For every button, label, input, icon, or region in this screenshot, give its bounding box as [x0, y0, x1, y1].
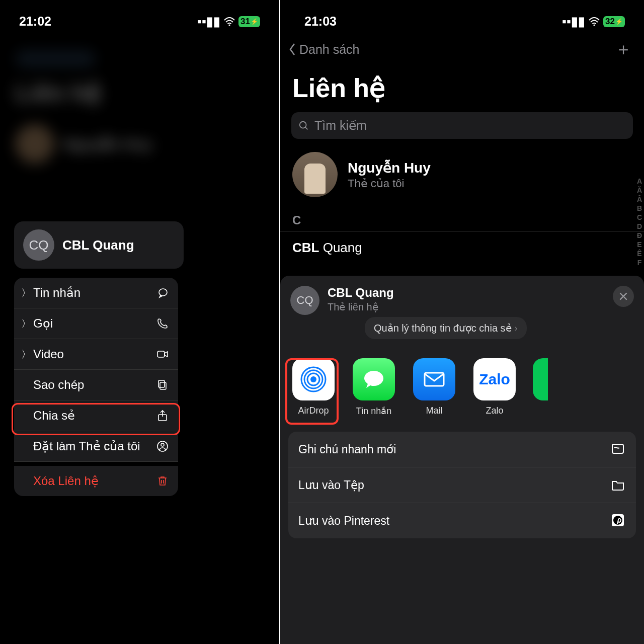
app-zalo[interactable]: Zalo Zalo	[472, 358, 517, 417]
chevron-left-icon	[287, 42, 297, 56]
nav-bar: Danh sách ＋	[280, 33, 644, 63]
person-circle-icon	[156, 440, 169, 453]
app-label: Tin nhắn	[356, 406, 391, 417]
add-button[interactable]: ＋	[615, 38, 632, 61]
chevron-right-icon: 〉	[21, 317, 28, 331]
section-header: C	[280, 204, 644, 232]
cellular-icon: ▪▪▮▮	[562, 14, 585, 29]
action-save-pinterest[interactable]: Lưu vào Pinterest	[288, 503, 636, 538]
menu-call[interactable]: 〉Gọi	[14, 308, 178, 339]
sheet-subtitle: Thẻ liên hệ	[328, 301, 527, 313]
battery-indicator: 31⚡	[238, 16, 260, 27]
video-icon	[156, 348, 169, 361]
svg-point-8	[300, 121, 306, 128]
zalo-icon: Zalo	[473, 358, 516, 400]
app-label: Zalo	[486, 406, 503, 416]
my-name: Nguyễn Huy	[348, 159, 431, 176]
svg-rect-13	[425, 373, 444, 386]
manage-shared-info-button[interactable]: Quản lý thông tin được chia sẻ›	[365, 317, 527, 339]
battery-indicator: 32⚡	[603, 16, 625, 27]
index-bar[interactable]: AĂÂBCDĐEÊF	[637, 177, 642, 267]
close-icon	[619, 292, 628, 301]
svg-rect-14	[612, 444, 623, 453]
app-label: AirDrop	[298, 406, 329, 416]
app-more[interactable]	[533, 358, 548, 417]
svg-point-0	[228, 24, 230, 26]
contact-preview-card[interactable]: CQ CBL Quang	[14, 221, 184, 269]
menu-share[interactable]: 〉Chia sẻ	[14, 400, 178, 431]
menu-delete-contact[interactable]: 〉Xóa Liên hệ	[14, 466, 178, 496]
chevron-right-icon: 〉	[21, 348, 28, 361]
page-title: Liên hệ	[280, 63, 644, 110]
close-button[interactable]	[613, 286, 634, 307]
menu-label: Sao chép	[33, 378, 84, 392]
action-label: Lưu vào Tệp	[298, 478, 364, 492]
my-avatar	[292, 152, 338, 197]
phone-icon	[156, 317, 169, 330]
context-menu: 〉Tin nhắn 〉Gọi 〉Video 〉Sao chép 〉Chia sẻ…	[14, 278, 178, 496]
svg-rect-3	[158, 380, 165, 387]
menu-label: Video	[33, 347, 64, 361]
action-save-files[interactable]: Lưu vào Tệp	[288, 467, 636, 503]
folder-icon	[611, 477, 626, 493]
menu-copy[interactable]: 〉Sao chép	[14, 370, 178, 400]
app-label: Mail	[426, 406, 442, 416]
sheet-avatar: CQ	[290, 286, 319, 315]
svg-rect-1	[157, 351, 165, 357]
app-airdrop[interactable]: AirDrop	[291, 358, 336, 417]
wifi-icon	[223, 17, 235, 27]
menu-label: Đặt làm Thẻ của tôi	[33, 439, 140, 453]
status-time: 21:02	[19, 14, 51, 29]
svg-point-6	[161, 443, 164, 446]
back-button[interactable]: Danh sách	[287, 42, 360, 57]
svg-point-9	[310, 376, 316, 382]
my-card-label: Thẻ của tôi	[348, 177, 431, 190]
contact-name: CBL Quang	[62, 237, 134, 253]
menu-label: Xóa Liên hệ	[33, 474, 99, 488]
right-screenshot: 21:03 ▪▪▮▮ 32⚡ Danh sách ＋ Liên hệ Tìm k…	[280, 0, 644, 644]
share-apps-row: AirDrop Tin nhắn Mail Zalo Zalo	[280, 344, 644, 423]
copy-icon	[156, 378, 169, 391]
contact-row[interactable]: CBL Quang	[280, 232, 644, 264]
message-icon	[156, 286, 169, 299]
action-label: Ghi chú nhanh mới	[298, 443, 396, 456]
app-messages[interactable]: Tin nhắn	[352, 358, 396, 417]
chevron-right-icon: ›	[515, 323, 518, 334]
search-input[interactable]: Tìm kiếm	[291, 112, 633, 139]
status-icons: ▪▪▮▮ 31⚡	[197, 14, 260, 29]
search-placeholder: Tìm kiếm	[314, 118, 367, 133]
app-mail[interactable]: Mail	[412, 358, 456, 417]
trash-icon	[156, 474, 169, 488]
left-screenshot: 21:02 ▪▪▮▮ 31⚡ Liên hệ Nguyễn Huy CQ CBL…	[0, 0, 279, 644]
menu-label: Tin nhắn	[33, 286, 80, 300]
mail-icon	[413, 358, 455, 400]
chevron-right-icon: 〉	[21, 286, 28, 300]
menu-label: Chia sẻ	[33, 409, 75, 423]
share-actions-list: Ghi chú nhanh mới Lưu vào Tệp Lưu vào Pi…	[288, 432, 636, 538]
line-icon	[533, 358, 548, 400]
my-card-row[interactable]: Nguyễn Huy Thẻ của tôi	[280, 145, 644, 204]
action-quick-note[interactable]: Ghi chú nhanh mới	[288, 432, 636, 467]
cellular-icon: ▪▪▮▮	[197, 14, 220, 29]
contact-avatar: CQ	[23, 229, 54, 261]
airdrop-icon	[292, 358, 335, 400]
menu-message[interactable]: 〉Tin nhắn	[14, 278, 178, 308]
svg-rect-2	[160, 382, 166, 389]
pinterest-icon	[611, 513, 626, 528]
search-icon	[298, 120, 309, 131]
status-time: 21:03	[304, 14, 337, 29]
svg-point-7	[593, 24, 595, 26]
share-sheet: CQ CBL Quang Thẻ liên hệ Quản lý thông t…	[280, 276, 644, 644]
menu-set-my-card[interactable]: 〉Đặt làm Thẻ của tôi	[14, 431, 178, 462]
share-icon	[156, 409, 169, 422]
wifi-icon	[588, 17, 600, 27]
quick-note-icon	[611, 442, 626, 457]
status-icons: ▪▪▮▮ 32⚡	[562, 14, 625, 29]
menu-video[interactable]: 〉Video	[14, 339, 178, 370]
menu-label: Gọi	[33, 316, 53, 331]
status-bar: 21:03 ▪▪▮▮ 32⚡	[280, 0, 644, 33]
messages-icon	[353, 358, 395, 400]
back-label: Danh sách	[299, 42, 360, 57]
status-bar: 21:02 ▪▪▮▮ 31⚡	[0, 0, 279, 33]
sheet-title: CBL Quang	[328, 286, 527, 300]
